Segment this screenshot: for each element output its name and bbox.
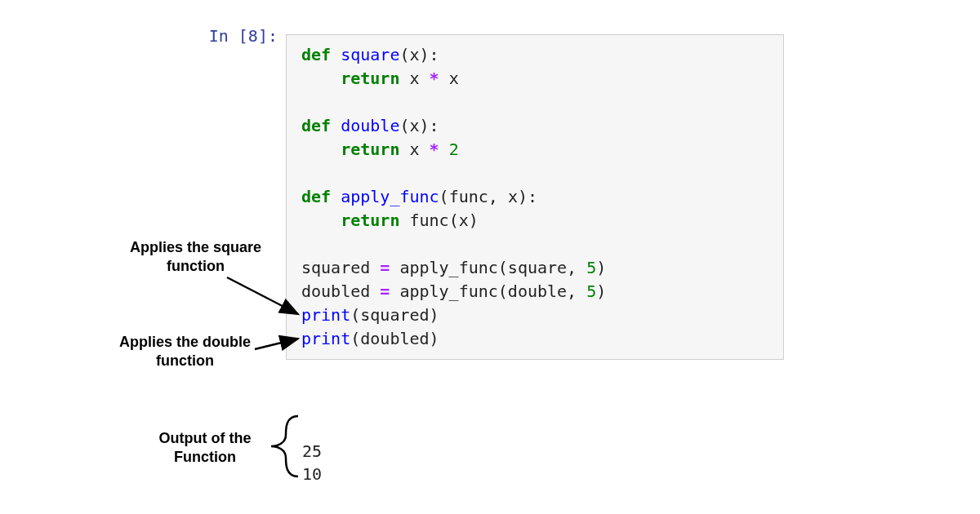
annotation-output: Output of the Function [144,429,266,466]
code-cell: def square(x): return x * x def double(x… [286,34,784,360]
cell-prompt: In [8]: [180,26,278,46]
annotation-applies-square: Applies the square function [124,238,267,275]
output-block: 25 10 [302,440,322,485]
curly-brace-icon [271,416,298,476]
annotation-applies-double: Applies the double function [114,333,256,370]
